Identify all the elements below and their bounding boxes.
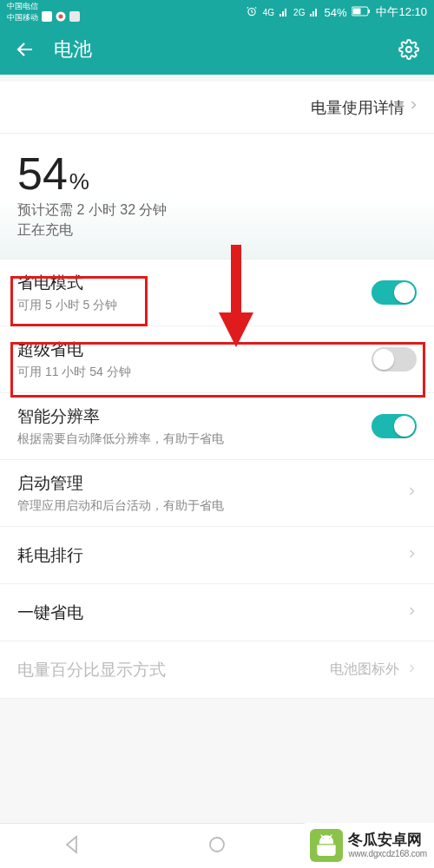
one-key-title: 一键省电 [17, 602, 403, 624]
page-title: 电池 [54, 36, 398, 62]
chevron-right-icon [406, 546, 417, 565]
signal-1: 4G [263, 8, 274, 17]
charging-status: 正在充电 [17, 221, 417, 240]
svg-rect-6 [353, 8, 361, 14]
power-save-sub: 可用 5 小时 5 分钟 [17, 298, 372, 313]
battery-hero: 54 % 预计还需 2 小时 32 分钟 正在充电 [0, 134, 434, 260]
row-ultra-save[interactable]: 超级省电 可用 11 小时 54 分钟 [0, 326, 434, 393]
usage-rank-title: 耗电排行 [17, 544, 403, 567]
gap [0, 75, 434, 82]
row-usage-ranking[interactable]: 耗电排行 [0, 527, 434, 584]
chevron-right-icon [406, 603, 417, 622]
status-left: 中国电信 中国移动 [7, 2, 80, 23]
battery-icon [352, 6, 371, 19]
watermark-brand: 冬瓜安卓网 [348, 832, 427, 849]
power-save-toggle[interactable] [372, 280, 417, 305]
battery-usage-label: 电量使用详情 [311, 97, 404, 118]
svg-rect-0 [42, 11, 52, 22]
row-one-key-save[interactable]: 一键省电 [0, 584, 434, 641]
signal-bars-2-icon [310, 6, 319, 19]
app-icon-1 [42, 11, 52, 23]
app-icon-2 [56, 11, 66, 23]
status-right: 4G 2G 54% 中午12:10 [246, 4, 427, 20]
settings-button[interactable] [398, 38, 420, 61]
ultra-save-sub: 可用 11 小时 54 分钟 [17, 365, 372, 380]
signal-bars-1-icon [279, 6, 288, 19]
carrier-2: 中国移动 [7, 13, 38, 22]
nav-home[interactable] [207, 834, 227, 858]
battery-percent: 54% [324, 6, 346, 19]
carrier-1: 中国电信 [7, 2, 80, 10]
back-button[interactable] [14, 38, 36, 61]
pct-mode-value: 电池图标外 [330, 661, 399, 679]
svg-point-11 [210, 838, 224, 852]
watermark-url: www.dgxcdz168.com [348, 849, 427, 858]
svg-point-8 [406, 47, 411, 52]
status-bar: 中国电信 中国移动 4G 2G [0, 0, 434, 24]
ultra-save-title: 超级省电 [17, 339, 372, 361]
watermark: 冬瓜安卓网 www.dgxcdz168.com [305, 823, 434, 868]
settings-list: 省电模式 可用 5 小时 5 分钟 超级省电 可用 11 小时 54 分钟 智能… [0, 260, 434, 699]
alarm-icon [246, 5, 258, 20]
pct-mode-title: 电量百分比显示方式 [17, 659, 330, 681]
android-robot-icon [310, 829, 343, 862]
chevron-right-icon [408, 97, 418, 117]
power-save-title: 省电模式 [17, 272, 372, 294]
app-icon-3 [69, 11, 80, 23]
svg-rect-3 [69, 11, 80, 22]
chevron-right-icon [406, 483, 417, 503]
percent-unit: % [69, 168, 89, 195]
battery-percent-large: 54 [17, 148, 68, 200]
clock: 中午12:10 [376, 4, 427, 20]
row-percent-display[interactable]: 电量百分比显示方式 电池图标外 [0, 641, 434, 699]
row-smart-resolution[interactable]: 智能分辨率 根据需要自动降低分辨率，有助于省电 [0, 393, 434, 460]
charge-estimate: 预计还需 2 小时 32 分钟 [17, 201, 417, 220]
smart-res-sub: 根据需要自动降低分辨率，有助于省电 [17, 431, 372, 447]
battery-usage-detail[interactable]: 电量使用详情 [0, 82, 434, 134]
launch-title: 启动管理 [17, 472, 403, 495]
signal-2: 2G [293, 8, 305, 17]
nav-back[interactable] [62, 834, 82, 858]
screen-root: 中国电信 中国移动 4G 2G [0, 0, 434, 868]
chevron-right-icon [406, 661, 417, 680]
smart-res-title: 智能分辨率 [17, 405, 372, 428]
smart-res-toggle[interactable] [372, 414, 417, 438]
row-launch-manage[interactable]: 启动管理 管理应用启动和后台活动，有助于省电 [0, 460, 434, 527]
launch-sub: 管理应用启动和后台活动，有助于省电 [17, 498, 403, 514]
ultra-save-toggle[interactable] [372, 347, 417, 372]
svg-point-2 [59, 15, 63, 19]
row-power-save[interactable]: 省电模式 可用 5 小时 5 分钟 [0, 260, 434, 326]
svg-rect-7 [368, 10, 370, 13]
app-bar: 电池 [0, 24, 434, 75]
